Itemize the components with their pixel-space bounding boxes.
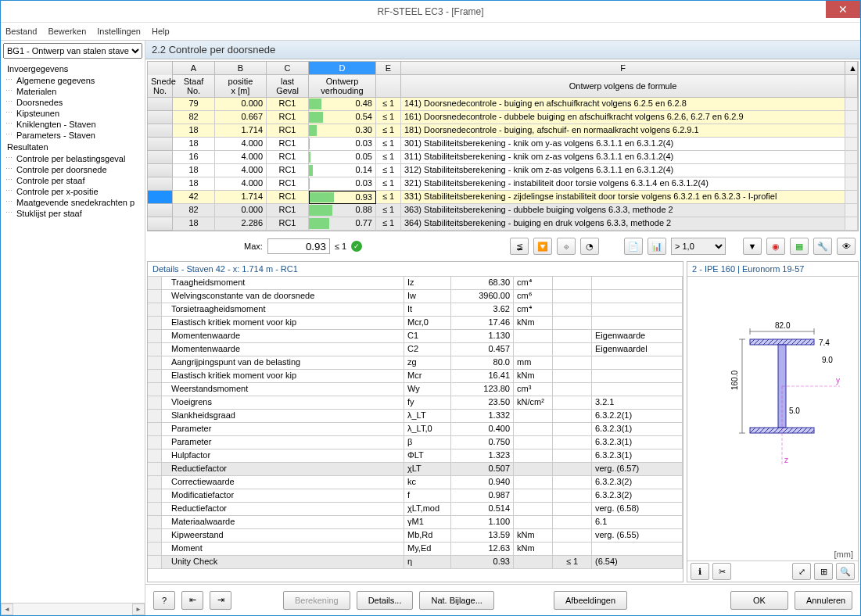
max-value-input[interactable] xyxy=(267,238,330,254)
ratio-filter-select[interactable]: > 1,0 xyxy=(671,238,726,255)
section-preview: 82.0 160.0 7.4 9.0 5.0 y z xyxy=(687,277,858,548)
close-button[interactable]: ✕ xyxy=(826,1,860,18)
details-row[interactable]: TorsietraagheidsmomentIt3.62cm⁴ xyxy=(148,303,683,317)
details-row[interactable]: MomentenwaardeC20.457Eigenwaardel xyxy=(148,343,683,356)
filter2-icon[interactable]: 🔽 xyxy=(533,238,552,255)
axis-icon[interactable]: ⤢ xyxy=(792,563,811,580)
tree-group-invoer[interactable]: Invoergegevens xyxy=(1,63,145,75)
details-row[interactable]: MateriaalwaardeγM11.1006.1 xyxy=(148,516,683,529)
details-row[interactable]: Parameterβ0.7506.3.2.3(1) xyxy=(148,436,683,449)
afbeeldingen-button[interactable]: Afbeeldingen xyxy=(554,591,627,610)
tree-item[interactable]: Controle per doorsnede xyxy=(1,164,145,175)
table-row[interactable]: 184.000RC10.03≤ 1301) Stabiliteitsbereke… xyxy=(148,138,858,151)
max-cond: ≤ 1 xyxy=(335,242,346,251)
row-selector[interactable] xyxy=(148,111,173,124)
prev-icon[interactable]: ⇤ xyxy=(181,591,203,610)
nav-tree: Invoergegevens Algemene gegevens Materia… xyxy=(1,61,145,603)
table-row[interactable]: 184.000RC10.14≤ 1312) Stabiliteitsbereke… xyxy=(148,164,858,177)
filter4-icon[interactable]: ◔ xyxy=(580,238,599,255)
table-row[interactable]: 820.667RC10.54≤ 1161) Doorsnedecontrole … xyxy=(148,111,858,124)
svg-text:5.0: 5.0 xyxy=(789,406,800,415)
details-row[interactable]: Parameterλ_LT,00.4006.3.2.3(1) xyxy=(148,423,683,436)
eye-icon[interactable]: 👁 xyxy=(837,238,856,255)
row-selector[interactable] xyxy=(148,191,173,204)
row-selector[interactable] xyxy=(148,164,173,177)
details-row[interactable]: HulpfactorΦLT1.3236.3.2.3(1) xyxy=(148,449,683,463)
row-selector[interactable] xyxy=(148,151,173,164)
details-row[interactable]: TraagheidsmomentIz68.30cm⁴ xyxy=(148,277,683,290)
color1-icon[interactable]: ◉ xyxy=(766,238,785,255)
table-row[interactable]: 184.000RC10.03≤ 1321) Stabiliteitsbereke… xyxy=(148,177,858,191)
table-row[interactable]: 421.714RC10.93≤ 1331) Stabiliteitsbereke… xyxy=(148,191,858,204)
next-icon[interactable]: ⇥ xyxy=(210,591,231,610)
ok-button[interactable]: OK xyxy=(730,591,788,610)
svg-text:9.0: 9.0 xyxy=(822,356,833,364)
tree-item[interactable]: Kipsteunen xyxy=(1,108,145,119)
export1-icon[interactable]: 📄 xyxy=(624,238,643,255)
details-row[interactable]: Elastisch kritiek moment voor kipMcr16.4… xyxy=(148,370,683,383)
details-row[interactable]: ReductiefactorχLT,mod0.514verg. (6.58) xyxy=(148,503,683,516)
natbijlage-button[interactable]: Nat. Bijlage... xyxy=(419,591,493,610)
details-row[interactable]: Welvingsconstante van de doorsnedeIw3960… xyxy=(148,290,683,303)
tree-item[interactable]: Materialen xyxy=(1,86,145,97)
filter3-icon[interactable]: ⟐ xyxy=(557,238,576,255)
help-icon[interactable]: ? xyxy=(153,591,175,610)
row-selector[interactable] xyxy=(148,124,173,138)
scroll-right-icon[interactable]: ► xyxy=(132,603,145,615)
table-row[interactable]: 820.000RC10.88≤ 1363) Stabiliteitsbereke… xyxy=(148,204,858,217)
details-row[interactable]: Modificatiefactorf0.9876.3.2.3(2) xyxy=(148,489,683,503)
table-row[interactable]: 181.714RC10.30≤ 1181) Doorsnedecontrole … xyxy=(148,124,858,138)
tree-item[interactable]: Controle per belastingsgeval xyxy=(1,153,145,164)
annuleren-button[interactable]: Annuleren xyxy=(795,591,852,610)
scroll-track[interactable] xyxy=(13,603,132,615)
details-row[interactable]: ReductiefactorχLT0.507verg. (6.57) xyxy=(148,463,683,476)
details-row[interactable]: Elastisch kritiek moment voor kipMcr,017… xyxy=(148,317,683,330)
row-selector[interactable] xyxy=(148,138,173,151)
details-row[interactable]: MomentenwaardeC11.130Eigenwaarde xyxy=(148,330,683,343)
table-row[interactable]: 182.286RC10.77≤ 1364) Stabiliteitsbereke… xyxy=(148,217,858,231)
row-selector[interactable] xyxy=(148,98,173,111)
table-row[interactable]: 164.000RC10.05≤ 1311) Stabiliteitsbereke… xyxy=(148,151,858,164)
scroll-left-icon[interactable]: ◄ xyxy=(1,603,13,615)
grid-icon[interactable]: ⊞ xyxy=(814,563,833,580)
tool5-icon[interactable]: 🔧 xyxy=(813,238,832,255)
menu-bewerken[interactable]: Bewerken xyxy=(48,27,86,36)
preview-unit: [mm] xyxy=(687,548,858,560)
details-row[interactable]: Slankheidsgraadλ_LT1.3326.3.2.2(1) xyxy=(148,410,683,423)
filter1-icon[interactable]: ≨ xyxy=(510,238,529,255)
tree-item[interactable]: Parameters - Staven xyxy=(1,130,145,141)
menu-bestand[interactable]: Bestand xyxy=(5,27,37,36)
menu-instellingen[interactable]: Instellingen xyxy=(97,27,141,36)
menubar: Bestand Bewerken Instellingen Help xyxy=(1,23,860,40)
tree-item[interactable]: Stuklijst per staaf xyxy=(1,208,145,219)
funnel-icon[interactable]: ▼ xyxy=(743,238,762,255)
tree-item[interactable]: Controle per x-positie xyxy=(1,186,145,197)
tree-item[interactable]: Doorsnedes xyxy=(1,97,145,108)
row-selector[interactable] xyxy=(148,177,173,191)
row-selector[interactable] xyxy=(148,217,173,231)
details-row[interactable]: Unity Checkη0.93≤ 1(6.54) xyxy=(148,556,683,569)
details-row[interactable]: Aangrijpingspunt van de belastingzg80.0m… xyxy=(148,356,683,370)
scissors-icon[interactable]: ✂ xyxy=(712,563,731,580)
export2-icon[interactable]: 📊 xyxy=(648,238,666,255)
loadcase-selector[interactable]: BG1 - Ontwerp van stalen stave xyxy=(3,43,142,59)
details-row[interactable]: Correctiewaardekc0.9406.3.2.3(2) xyxy=(148,476,683,489)
tree-item[interactable]: Maatgevende snedekrachten p xyxy=(1,197,145,208)
info-icon[interactable]: ℹ xyxy=(691,563,709,580)
table-row[interactable]: 790.000RC10.48≤ 1141) Doorsnedecontrole … xyxy=(148,98,858,111)
details-button[interactable]: Details... xyxy=(357,591,414,610)
details-row[interactable]: KipweerstandMb,Rd13.59kNmverg. (6.55) xyxy=(148,529,683,543)
row-selector[interactable] xyxy=(148,204,173,217)
tree-group-resultaten[interactable]: Resultaten xyxy=(1,141,145,153)
tree-item[interactable]: Controle per staaf xyxy=(1,175,145,186)
tree-item[interactable]: Algemene gegevens xyxy=(1,75,145,86)
color2-icon[interactable]: ▦ xyxy=(790,238,809,255)
details-row[interactable]: MomentMy,Ed12.63kNm xyxy=(148,543,683,556)
svg-text:y: y xyxy=(836,376,840,385)
details-row[interactable]: WeerstandsmomentWy123.80cm³ xyxy=(148,383,683,396)
tree-item[interactable]: Kniklengten - Staven xyxy=(1,119,145,130)
berekening-button[interactable]: Berekening xyxy=(283,591,350,610)
zoom-icon[interactable]: 🔍 xyxy=(836,563,855,580)
details-row[interactable]: Vloeigrensfy23.50kN/cm²3.2.1 xyxy=(148,396,683,410)
menu-help[interactable]: Help xyxy=(152,27,170,36)
